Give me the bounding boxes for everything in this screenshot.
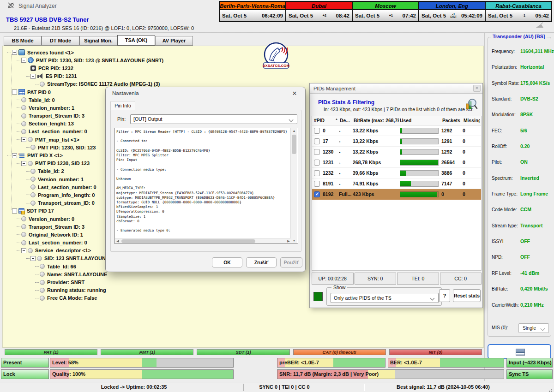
- tree-connector: [17, 131, 20, 132]
- param-label: FEC:: [492, 128, 502, 133]
- tree-expander[interactable]: [30, 74, 36, 79]
- clock-utc-offset: +1: [389, 14, 393, 17]
- panel-close-icon[interactable]: ✕: [473, 85, 481, 92]
- apply-button[interactable]: Použiť: [280, 257, 302, 267]
- pid-row[interactable]: 1230-13,22 Kbps12920: [312, 147, 481, 157]
- pid-checkbox[interactable]: [314, 191, 320, 197]
- pid-checkbox[interactable]: [314, 149, 320, 155]
- column-header-missing[interactable]: Missing: [463, 118, 480, 123]
- pid-row[interactable]: 8191-74,91 Kbps71470: [312, 178, 481, 189]
- tab-av-player[interactable]: AV Player: [155, 36, 193, 46]
- tab-signal-mon[interactable]: Signal Mon.: [79, 36, 117, 46]
- resize-grip[interactable]: [551, 389, 552, 390]
- transponder-row: Polarization:Horizontal: [492, 63, 550, 79]
- stream-list-button[interactable]: [488, 344, 551, 359]
- tree-item[interactable]: ES PID: 1231: [5, 72, 163, 80]
- pid-row[interactable]: 17-13,22 Kbps12910: [312, 136, 481, 147]
- tab-dt-mode[interactable]: DT Mode: [42, 36, 79, 46]
- pid-checkbox[interactable]: [314, 160, 320, 166]
- tree-expander[interactable]: [21, 137, 26, 142]
- close-icon[interactable]: ✕: [290, 89, 299, 98]
- tab-pin-info[interactable]: Pin Info: [110, 101, 135, 110]
- magnifier-icon[interactable]: [465, 97, 478, 110]
- param-label: Frequency:: [492, 49, 515, 54]
- tree-expander[interactable]: [12, 153, 17, 158]
- scrollbar-thumb[interactable]: [121, 239, 255, 243]
- pid-checkbox[interactable]: [314, 181, 320, 187]
- tree-connector: [17, 124, 20, 124]
- clock-date: Sat, Oct 5: [355, 13, 379, 18]
- tv-icon: [18, 49, 25, 55]
- show-filter-select[interactable]: Only active PIDS of the TS: [331, 293, 439, 303]
- column-header-de[interactable]: De...: [339, 118, 353, 123]
- horizontal-scrollbar[interactable]: ◀ ▶: [115, 238, 291, 244]
- tab-bs-mode[interactable]: BS Mode: [4, 36, 42, 46]
- pid-row[interactable]: 0-13,22 Kbps12920: [312, 125, 481, 136]
- scroll-left-icon[interactable]: ◀: [115, 238, 120, 244]
- clock-hour: 05:42:09: [461, 13, 482, 18]
- tree-expander[interactable]: [12, 208, 17, 214]
- pid-row[interactable]: 1232-39,66 Kbps38860: [312, 168, 481, 178]
- tree-expander[interactable]: [12, 50, 17, 55]
- param-value: CCM: [520, 207, 531, 212]
- pin-details-text[interactable]: Filter : MPC Stream Reader [HTTP] - CLSI…: [114, 128, 298, 244]
- tree-expander[interactable]: [30, 256, 36, 261]
- pin-select[interactable]: [OUT] Output: [130, 114, 297, 124]
- dot-icon: [21, 129, 26, 134]
- param-label: NPD:: [492, 255, 503, 260]
- dot-icon: [40, 272, 45, 277]
- tree-connector: [17, 250, 20, 251]
- pids-management-panel: PIDs Management ✕ PIDs Stats & Filtering…: [309, 83, 483, 308]
- scrollbar-thumb[interactable]: [292, 135, 296, 154]
- scroll-right-icon[interactable]: ▶: [286, 238, 291, 244]
- scroll-down-icon[interactable]: ▼: [291, 238, 297, 244]
- pid-value: 1232: [323, 170, 339, 176]
- status-bar: Locked -> Uptime: 00:02:35 SYNC 0 | TEI …: [0, 382, 554, 392]
- tree-item[interactable]: ♪PMT PID: 1230, SID: 123 @ SNRT-LAAYOUNE…: [5, 56, 163, 64]
- help-button[interactable]: ?: [439, 289, 450, 302]
- pid-checkbox[interactable]: [314, 138, 320, 144]
- speaker-icon: [37, 73, 43, 79]
- pids-panel-caption[interactable]: PIDs Management: [310, 83, 482, 94]
- transponder-row: RollOff:0.20: [492, 143, 550, 158]
- column-header-bitrate[interactable]: BitRate (max: 268,78 Kb...: [353, 118, 399, 123]
- show-groupbox: Show Only active PIDS of the TS: [326, 287, 442, 306]
- tree-item[interactable]: Provider: SNRT: [5, 278, 163, 286]
- column-header-used[interactable]: Used: [399, 118, 441, 123]
- tuner-title: TBS 5927 USB DVB-S2 Tuner: [6, 16, 89, 23]
- ok-button[interactable]: OK: [212, 257, 242, 267]
- pid-checkbox[interactable]: [314, 170, 320, 176]
- tree-item[interactable]: Running status: running: [5, 286, 163, 294]
- tree-expander[interactable]: [21, 161, 26, 166]
- tree-item[interactable]: PCR PID: 1232: [5, 64, 163, 72]
- tab-tsa-ok[interactable]: TSA (OK): [117, 35, 155, 46]
- column-header-pid[interactable]: #PID▲: [312, 118, 339, 123]
- column-header-packets[interactable]: Packets: [441, 118, 463, 123]
- tree-item[interactable]: Free CA Mode: False: [5, 294, 163, 302]
- tree-expander[interactable]: [12, 89, 17, 95]
- pid-row[interactable]: 8192Full...423 Kbps00: [312, 189, 481, 200]
- clock-berlin-paris-vienna-roma: Berlin-Paris-Vienna-RomaSat, Oct 506:42:…: [220, 2, 285, 21]
- scroll-up-icon[interactable]: ▲: [291, 128, 297, 134]
- reset-stats-button[interactable]: Reset stats: [453, 289, 481, 302]
- tree-connector: [7, 155, 11, 156]
- tree-item[interactable]: Services found <1>: [5, 48, 163, 56]
- pids-table: #PID▲De...BitRate (max: 268,78 Kb...Used…: [312, 116, 482, 271]
- ber-bar: BER: <1.0E-7: [388, 358, 504, 368]
- cancel-button[interactable]: Zrušiť: [246, 257, 277, 267]
- clock-city-label: London, Eng: [419, 2, 485, 10]
- indicator-pmt-1: PMT (1): [101, 349, 193, 355]
- tree-connector: [17, 163, 20, 164]
- clock-datetime: Sat, Oct 5+208:42: [286, 10, 352, 21]
- clock-hour: 06:42:09: [262, 13, 283, 18]
- pid-checkbox[interactable]: [314, 128, 320, 134]
- tree-expander[interactable]: [21, 58, 26, 63]
- param-value: 0.20: [520, 143, 530, 149]
- mis-select[interactable]: Single: [518, 323, 549, 333]
- tree-expander[interactable]: [21, 248, 26, 253]
- pid-row[interactable]: 1231-268,78 Kbps265640: [312, 157, 481, 168]
- transponder-row: Frequency:11604,311 MHz: [492, 48, 550, 63]
- pin-info-frame: Pin: [OUT] Output Filter : MPC Stream Re…: [110, 110, 301, 252]
- dot-icon: [40, 264, 45, 269]
- vertical-scrollbar[interactable]: ▲ ▼: [290, 128, 297, 244]
